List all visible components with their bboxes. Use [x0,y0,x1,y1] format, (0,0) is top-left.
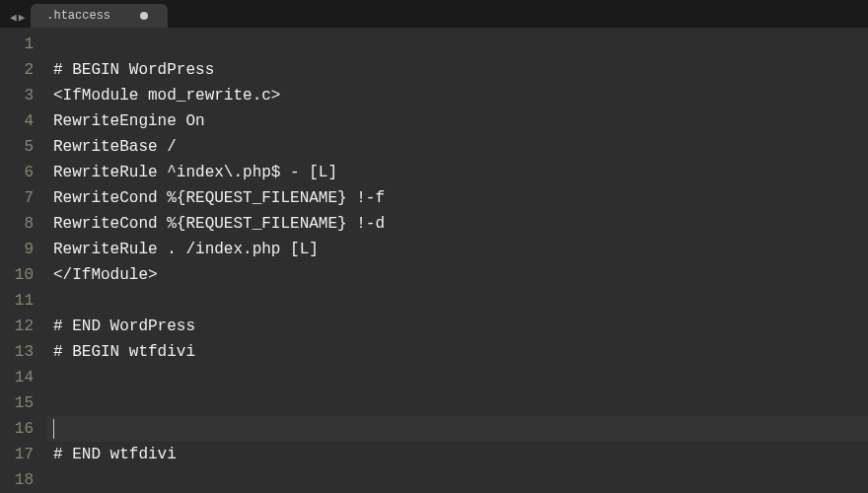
line-number: 11 [0,288,47,314]
line-number: 9 [0,237,47,262]
line-number: 4 [0,108,47,134]
code-line[interactable]: RewriteCond %{REQUEST_FILENAME} !-d [53,211,868,237]
editor: 123456789101112131415161718 # BEGIN Word… [0,28,868,493]
code-line[interactable]: RewriteRule . /index.php [L] [53,237,868,262]
line-number: 10 [0,262,47,288]
code-line[interactable]: </IfModule> [53,262,868,288]
code-line[interactable]: RewriteRule ^index\.php$ - [L] [53,160,868,185]
line-number: 17 [0,442,47,467]
cursor-caret [53,419,54,439]
code-line[interactable]: RewriteCond %{REQUEST_FILENAME} !-f [53,185,868,211]
line-number: 12 [0,314,47,339]
code-line[interactable]: # END WordPress [53,314,868,339]
code-line[interactable] [53,288,868,314]
line-number: 8 [0,211,47,237]
code-line[interactable] [53,416,868,442]
forward-icon[interactable]: ▶ [19,11,26,24]
code-line[interactable] [53,467,868,493]
line-number: 16 [0,416,47,442]
line-number: 13 [0,339,47,365]
code-line[interactable]: # END wtfdivi [53,442,868,467]
line-number: 7 [0,185,47,211]
line-number: 1 [0,32,47,57]
line-number: 14 [0,365,47,390]
code-area[interactable]: # BEGIN WordPress<IfModule mod_rewrite.c… [47,28,868,493]
back-icon[interactable]: ◀ [10,11,17,24]
line-number: 6 [0,160,47,185]
dirty-indicator-icon [140,12,148,20]
line-number-gutter: 123456789101112131415161718 [0,28,47,493]
line-number: 18 [0,467,47,493]
line-number: 3 [0,83,47,108]
line-number: 2 [0,57,47,83]
code-line[interactable]: <IfModule mod_rewrite.c> [53,83,868,108]
tab-nav: ◀ ▶ [4,11,31,28]
tab-bar: ◀ ▶ .htaccess [0,0,868,28]
tab-title: .htaccess [46,9,110,23]
line-number: 5 [0,134,47,160]
code-line[interactable]: # BEGIN WordPress [53,57,868,83]
code-line[interactable]: RewriteEngine On [53,108,868,134]
line-number: 15 [0,390,47,416]
code-line[interactable]: RewriteBase / [53,134,868,160]
file-tab[interactable]: .htaccess [31,4,168,28]
code-line[interactable] [53,32,868,57]
code-line[interactable] [53,365,868,390]
code-line[interactable]: # BEGIN wtfdivi [53,339,868,365]
code-line[interactable] [53,390,868,416]
